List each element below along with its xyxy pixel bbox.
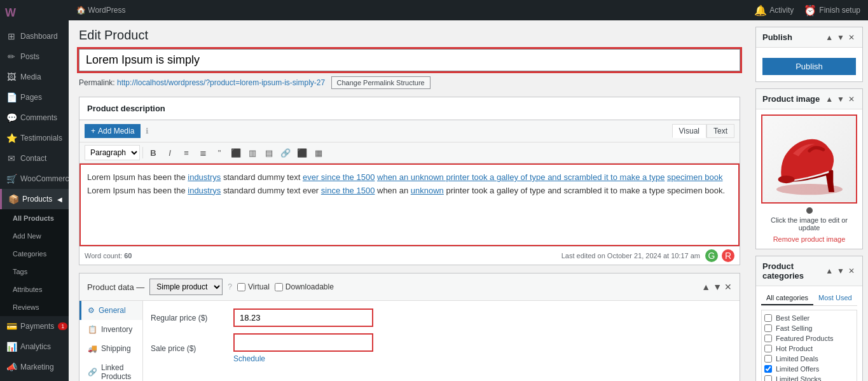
submenu-label: Tags: [13, 268, 27, 275]
close-button[interactable]: ✕: [724, 282, 732, 292]
sidebar-item-analytics[interactable]: 📊 Analytics: [0, 336, 69, 357]
paragraph-select[interactable]: Paragraph: [85, 145, 140, 160]
image-close-button[interactable]: ✕: [847, 95, 856, 104]
category-item-hot-product: Hot Product: [764, 343, 854, 354]
category-label-limited-deals: Limited Deals: [776, 355, 818, 363]
inventory-icon: 📋: [88, 325, 97, 334]
product-title-input[interactable]: [79, 49, 740, 71]
regular-price-label: Regular price ($): [151, 314, 227, 322]
sidebar-item-media[interactable]: 🖼 Media: [0, 67, 69, 87]
expand-up-button[interactable]: ▲: [701, 282, 710, 292]
sidebar-item-woocommerce[interactable]: 🛒 WooCommerce: [0, 169, 69, 189]
sidebar-item-label: Analytics: [20, 342, 51, 351]
publish-button[interactable]: Publish: [762, 58, 856, 75]
wp-logo-icon: W: [5, 6, 16, 20]
submenu-add-new[interactable]: Add New: [0, 227, 69, 245]
sidebar-item-testimonials[interactable]: ⭐ Testimonials: [0, 128, 69, 148]
sidebar-item-comments[interactable]: 💬 Comments: [0, 107, 69, 128]
editor-extra-icon: R: [722, 249, 734, 262]
add-media-button[interactable]: + Add Media: [85, 124, 141, 138]
sidebar-item-pages[interactable]: 📄 Pages: [0, 87, 69, 107]
image-down-button[interactable]: ▼: [836, 95, 846, 104]
submenu-categories[interactable]: Categories: [0, 245, 69, 263]
product-image-body: Click the image to edit or update Remove…: [756, 109, 862, 249]
regular-price-input[interactable]: [233, 308, 373, 327]
category-tabs: All categories Most Used: [761, 291, 857, 306]
virtual-checkbox-label[interactable]: Virtual: [237, 282, 270, 291]
sale-price-input[interactable]: [233, 333, 373, 352]
sidebar-item-posts[interactable]: ✏ Posts: [0, 46, 69, 67]
cat-tab-most-used[interactable]: Most Used: [813, 291, 857, 305]
sidebar-item-appearance[interactable]: 🎨 Appearance: [0, 377, 69, 381]
tab-text[interactable]: Text: [706, 124, 734, 138]
categories-down-button[interactable]: ▼: [836, 267, 846, 275]
category-checkbox-hot-product[interactable]: [764, 345, 772, 352]
categories-up-button[interactable]: ▲: [824, 267, 834, 275]
topbar-finish-setup[interactable]: ⏰ Finish setup: [804, 4, 860, 17]
category-checkbox-featured-products[interactable]: [764, 335, 772, 342]
publish-title: Publish: [762, 32, 792, 42]
align-right-button[interactable]: ▤: [261, 145, 277, 160]
sidebar-item-dashboard[interactable]: ⊞ Dashboard: [0, 26, 69, 46]
sidebar-item-payments[interactable]: 💳 Payments 1: [0, 316, 69, 336]
link-button[interactable]: 🔗: [278, 145, 293, 160]
bold-button[interactable]: B: [146, 145, 161, 160]
sidebar-item-marketing[interactable]: 📣 Marketing: [0, 357, 69, 377]
submenu-attributes[interactable]: Attributes: [0, 281, 69, 298]
woocommerce-icon: 🛒: [6, 174, 17, 184]
sidebar-item-label: Payments: [20, 322, 54, 331]
category-checkbox-best-seller[interactable]: [764, 314, 772, 322]
more-button[interactable]: ⬛: [294, 145, 310, 160]
sidebar-item-contact[interactable]: ✉ Contact: [0, 148, 69, 169]
category-checkbox-fast-selling[interactable]: [764, 324, 772, 332]
publish-close-button[interactable]: ✕: [847, 33, 856, 42]
blockquote-button[interactable]: ": [212, 145, 227, 160]
pd-tab-general[interactable]: ⚙ General: [79, 301, 142, 320]
ol-button[interactable]: ≣: [195, 145, 210, 160]
category-checkbox-limited-deals[interactable]: [764, 355, 772, 363]
editor-content-area[interactable]: Lorem Ipsum has been the industrys stand…: [79, 163, 740, 246]
pd-tab-linked-products[interactable]: 🔗 Linked Products: [79, 358, 142, 381]
product-image-header: Product image ▲ ▼ ✕: [756, 89, 862, 109]
submenu-all-products[interactable]: All Products: [0, 209, 69, 227]
submenu-reviews[interactable]: Reviews: [0, 298, 69, 316]
formatting-toolbar: Paragraph B I ≡ ≣ " ⬛ ▥ ▤ 🔗 ⬛ ▦: [79, 142, 740, 163]
publish-up-button[interactable]: ▲: [824, 33, 834, 42]
pd-tab-shipping[interactable]: 🚚 Shipping: [79, 339, 142, 358]
toolbar-toggle[interactable]: ▦: [311, 145, 326, 160]
categories-close-button[interactable]: ✕: [847, 267, 856, 275]
permalink-url[interactable]: http://localhost/wordpress/?product=lore…: [117, 78, 325, 87]
publish-down-button[interactable]: ▼: [836, 33, 846, 42]
product-image-container[interactable]: [761, 114, 857, 204]
align-center-button[interactable]: ▥: [245, 145, 260, 160]
image-up-button[interactable]: ▲: [824, 95, 834, 104]
submenu-tags[interactable]: Tags: [0, 263, 69, 281]
sidebar: W ⊞ Dashboard ✏ Posts 🖼 Media 📄 Pages 💬 …: [0, 0, 69, 381]
submenu-label: Add New: [13, 232, 41, 240]
schedule-link[interactable]: Schedule: [233, 354, 373, 363]
category-checkbox-limited-stocks[interactable]: [764, 375, 772, 381]
product-type-select[interactable]: Simple product: [149, 279, 223, 295]
ul-button[interactable]: ≡: [179, 145, 194, 160]
sale-price-row: Sale price ($) Schedule: [151, 333, 732, 363]
downloadable-checkbox[interactable]: [275, 283, 283, 291]
remove-image-link[interactable]: Remove product image: [773, 235, 846, 243]
italic-button[interactable]: I: [162, 145, 177, 160]
cat-tab-all[interactable]: All categories: [761, 291, 813, 305]
virtual-checkbox[interactable]: [237, 283, 245, 291]
change-permalink-button[interactable]: Change Permalink Structure: [331, 76, 431, 89]
editor-icons: G R: [705, 249, 734, 262]
align-left-button[interactable]: ⬛: [228, 145, 244, 160]
expand-down-button[interactable]: ▼: [713, 282, 722, 292]
category-list: Best SellerFast SellingFeatured Products…: [761, 310, 857, 381]
pd-tab-inventory[interactable]: 📋 Inventory: [79, 320, 142, 339]
submenu-label: All Products: [13, 214, 54, 222]
downloadable-checkbox-label[interactable]: Downloadable: [275, 282, 334, 291]
category-checkbox-limited-offers[interactable]: [764, 365, 772, 373]
tab-visual[interactable]: Visual: [672, 124, 706, 138]
topbar-activity[interactable]: 🔔 Activity: [754, 4, 794, 17]
inventory-label: Inventory: [101, 325, 132, 334]
sidebar-item-products[interactable]: 📦 Products ◀: [0, 189, 69, 209]
publish-panel-controls: ▲ ▼ ✕: [824, 33, 856, 42]
editor-footer: Word count: 60 Last edited on October 21…: [79, 246, 740, 265]
